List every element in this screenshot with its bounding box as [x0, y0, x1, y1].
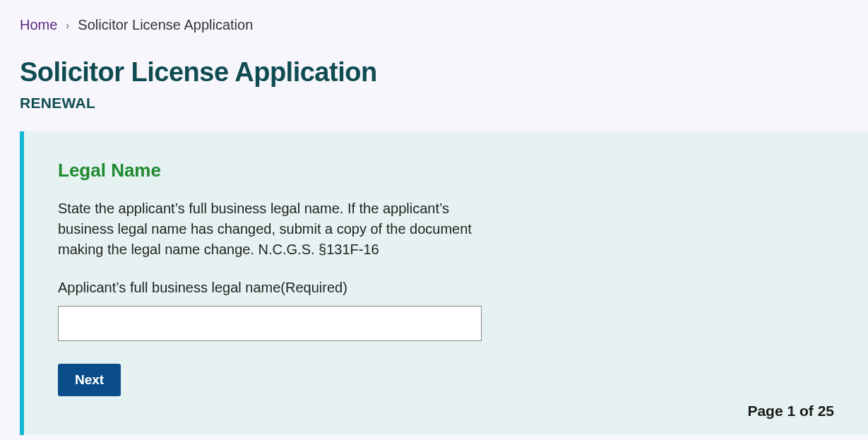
chevron-right-icon: ›: [66, 19, 69, 31]
section-instructions: State the applicant’s full business lega…: [58, 198, 475, 260]
next-button[interactable]: Next: [58, 364, 121, 396]
page-subtitle: RENEWAL: [20, 95, 848, 112]
breadcrumb-home-link[interactable]: Home: [20, 17, 57, 33]
field-label-legal-name: Applicant’s full business legal name(Req…: [58, 280, 834, 296]
form-panel: Legal Name State the applicant’s full bu…: [20, 131, 868, 435]
page-title: Solicitor License Application: [20, 57, 848, 88]
page-indicator: Page 1 of 25: [747, 403, 834, 420]
legal-name-input[interactable]: [58, 306, 482, 341]
breadcrumb: Home › Solicitor License Application: [20, 17, 848, 33]
breadcrumb-current: Solicitor License Application: [78, 17, 253, 33]
section-heading-legal-name: Legal Name: [58, 160, 834, 182]
